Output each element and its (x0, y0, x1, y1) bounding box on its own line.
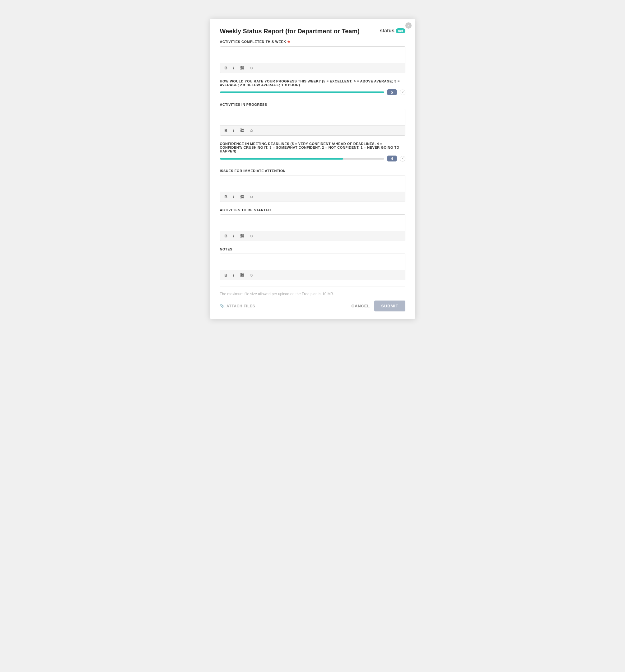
progress-slider-row: 5 ✕ (220, 89, 405, 95)
activities-in-progress-editor: B I ⛓ ☺ (220, 109, 405, 136)
emoji-icon-4: ☺ (249, 234, 254, 238)
link-btn-4[interactable]: ⛓ (239, 233, 245, 239)
link-btn-5[interactable]: ⛓ (239, 272, 245, 278)
activities-to-start-input[interactable] (220, 215, 405, 230)
activities-completed-section: ACTIVITIES COMPLETED THIS WEEK★ B I ⛓ ☺ (220, 40, 405, 73)
issues-attention-section: ISSUES FOR IMMEDIATE ATTENTION B I ⛓ ☺ (220, 169, 405, 202)
link-btn-1[interactable]: ⛓ (239, 65, 245, 71)
progress-rating-section: HOW WOULD YOU RATE YOUR PROGRESS THIS WE… (220, 79, 405, 95)
activities-to-start-editor: B I ⛓ ☺ (220, 214, 405, 241)
modal-header: Weekly Status Report (for Department or … (220, 27, 405, 35)
link-icon-5: ⛓ (240, 273, 244, 278)
italic-btn-1[interactable]: I (232, 65, 236, 71)
italic-btn-5[interactable]: I (232, 272, 236, 278)
modal-container: Weekly Status Report (for Department or … (210, 19, 415, 319)
brand-logo: status net (380, 28, 405, 33)
emoji-icon-5: ☺ (249, 273, 254, 278)
notes-toolbar: B I ⛓ ☺ (220, 270, 405, 280)
brand-name: status (380, 28, 394, 33)
italic-btn-4[interactable]: I (232, 233, 236, 239)
confidence-slider-container (220, 158, 384, 160)
italic-btn-2[interactable]: I (232, 127, 236, 134)
link-icon-1: ⛓ (240, 66, 244, 70)
form-footer: 📎 ATTACH FILES CANCEL SUBMIT (220, 301, 405, 311)
activities-in-progress-input[interactable] (220, 109, 405, 124)
confidence-rating-section: CONFIDENCE IN MEETING DEADLINES (5 = VER… (220, 142, 405, 162)
modal-title: Weekly Status Report (for Department or … (220, 27, 360, 35)
close-button[interactable]: × (405, 22, 412, 29)
bold-btn-1[interactable]: B (223, 65, 229, 71)
cancel-button[interactable]: CANCEL (352, 304, 370, 308)
activities-to-start-toolbar: B I ⛓ ☺ (220, 231, 405, 241)
divider (220, 287, 405, 287)
link-icon-2: ⛓ (240, 128, 244, 133)
attach-files-button[interactable]: 📎 ATTACH FILES (220, 304, 256, 308)
bold-btn-4[interactable]: B (223, 233, 229, 239)
link-icon-3: ⛓ (240, 194, 244, 199)
issues-attention-label: ISSUES FOR IMMEDIATE ATTENTION (220, 169, 405, 173)
emoji-btn-5[interactable]: ☺ (248, 272, 255, 278)
paperclip-icon: 📎 (220, 304, 225, 308)
italic-btn-3[interactable]: I (232, 194, 236, 200)
confidence-slider-clear[interactable]: ✕ (400, 156, 405, 162)
submit-button[interactable]: SUBMIT (374, 301, 405, 311)
activities-completed-editor: B I ⛓ ☺ (220, 46, 405, 73)
confidence-rating-label: CONFIDENCE IN MEETING DEADLINES (5 = VER… (220, 142, 405, 153)
emoji-btn-2[interactable]: ☺ (248, 127, 255, 134)
link-btn-2[interactable]: ⛓ (239, 127, 245, 134)
activities-to-start-section: ACTIVITIES TO BE STARTED B I ⛓ ☺ (220, 208, 405, 241)
notes-label: NOTES (220, 247, 405, 251)
activities-completed-input[interactable] (220, 47, 405, 62)
issues-attention-editor: B I ⛓ ☺ (220, 175, 405, 202)
bold-btn-5[interactable]: B (223, 272, 229, 278)
attach-label: ATTACH FILES (226, 304, 255, 308)
progress-slider-value: 5 (387, 89, 396, 95)
emoji-btn-1[interactable]: ☺ (248, 65, 255, 71)
activities-completed-label: ACTIVITIES COMPLETED THIS WEEK★ (220, 40, 405, 44)
bold-btn-3[interactable]: B (223, 194, 229, 200)
confidence-slider-value: 4 (387, 155, 396, 162)
bold-btn-2[interactable]: B (223, 127, 229, 134)
notes-input[interactable] (220, 254, 405, 269)
activities-completed-toolbar: B I ⛓ ☺ (220, 63, 405, 73)
progress-rating-label: HOW WOULD YOU RATE YOUR PROGRESS THIS WE… (220, 79, 405, 87)
notes-section: NOTES B I ⛓ ☺ (220, 247, 405, 280)
footer-actions: CANCEL SUBMIT (352, 301, 405, 311)
notes-editor: B I ⛓ ☺ (220, 254, 405, 280)
link-btn-3[interactable]: ⛓ (239, 194, 245, 200)
progress-slider-clear[interactable]: ✕ (400, 90, 405, 95)
emoji-icon-3: ☺ (249, 194, 254, 199)
activities-in-progress-section: ACTIVITIES IN PROGRESS B I ⛓ ☺ (220, 103, 405, 136)
brand-badge: net (396, 28, 405, 33)
issues-attention-input[interactable] (220, 175, 405, 190)
emoji-btn-3[interactable]: ☺ (248, 194, 255, 200)
progress-slider-container (220, 92, 384, 93)
activities-to-start-label: ACTIVITIES TO BE STARTED (220, 208, 405, 212)
activities-in-progress-toolbar: B I ⛓ ☺ (220, 125, 405, 135)
confidence-slider-row: 4 ✕ (220, 155, 405, 162)
file-info: The maximum file size allowed per upload… (220, 292, 405, 296)
emoji-icon-2: ☺ (249, 128, 254, 133)
issues-attention-toolbar: B I ⛓ ☺ (220, 192, 405, 201)
link-icon-4: ⛓ (240, 234, 244, 238)
emoji-btn-4[interactable]: ☺ (248, 233, 255, 239)
required-star: ★ (287, 40, 291, 44)
modal-title-block: Weekly Status Report (for Department or … (220, 27, 360, 35)
activities-in-progress-label: ACTIVITIES IN PROGRESS (220, 103, 405, 106)
emoji-icon-1: ☺ (249, 66, 254, 70)
